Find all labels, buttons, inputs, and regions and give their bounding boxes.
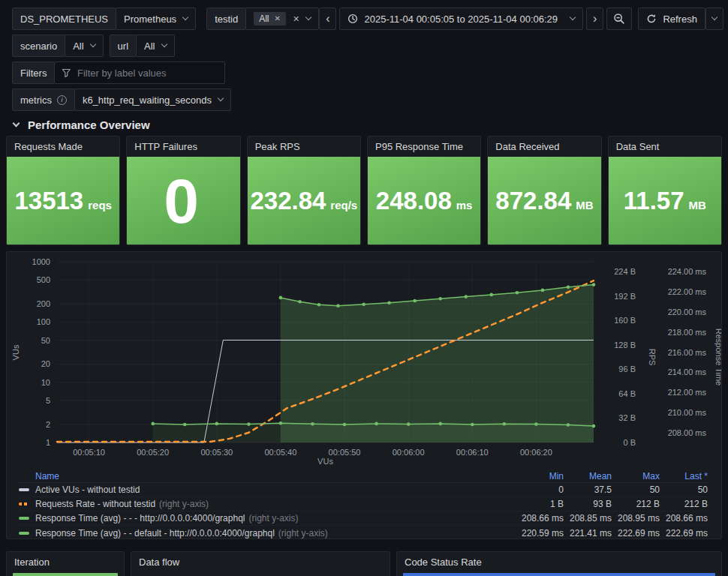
svg-text:00:05:50: 00:05:50 [329,448,361,457]
time-shift-back-button[interactable]: ‹ [319,8,336,30]
time-controls: ‹ 2025-11-04 00:05:05 to 2025-11-04 00:0… [319,8,723,30]
series-axis-note: (right y-axis) [248,513,298,524]
stat-panel-header[interactable]: Peak RPS [248,136,360,157]
series-max: 212 B [612,499,660,509]
row-performance-overview[interactable]: Performance Overview [12,118,722,131]
chevron-down-icon [570,14,576,20]
zoom-out-time-button[interactable] [606,8,632,30]
data-flow-body [137,573,384,576]
legend-col-max[interactable]: Max [612,471,660,482]
stat-panel: P95 Response Time 248.08 ms [367,136,481,245]
label-filter-inputbox [54,62,225,84]
svg-text:00:05:20: 00:05:20 [137,448,169,457]
series-min: 220.59 ms [516,528,564,538]
chevron-down-icon [218,95,224,101]
info-icon[interactable]: i [57,95,67,105]
series-name: Response Time (avg) - - - http://0.0.0.0… [35,513,245,524]
series-mean: 37.5 [564,484,612,495]
stats-row: Requests Made 13513 reqs HTTP Failures 0… [6,136,722,245]
svg-text:222.00 ms: 222.00 ms [668,287,707,296]
clear-all-icon[interactable]: ✕ [293,15,299,23]
series-last: 50 [660,484,708,495]
label-filter-input[interactable] [77,68,218,79]
scenario-label-text: scenario [20,40,57,52]
data-flow-panel-header[interactable]: Data flow [131,552,390,572]
legend-row[interactable]: Response Time (avg) - - default - http:/… [19,526,708,539]
time-range-text: 2025-11-04 00:05:05 to 2025-11-04 00:06:… [364,14,558,25]
legend-col-last[interactable]: Last * [660,471,708,482]
remove-value-icon[interactable]: ✕ [275,15,281,22]
series-last: 212 B [660,499,708,509]
stat-unit: ms [456,190,473,212]
stat-value: 13513 [14,188,83,213]
scenario-value-text: All [73,40,83,52]
legend-row[interactable]: Response Time (avg) - - - http://0.0.0.0… [19,512,708,526]
svg-text:2: 2 [46,420,50,429]
legend-col-min[interactable]: Min [516,471,564,482]
magnifier-minus-icon [613,13,625,25]
series-axis-note: (right y-axis) [159,499,209,509]
refresh-button[interactable]: Refresh [638,8,705,30]
svg-text:0 B: 0 B [623,438,636,447]
chevron-down-icon [161,41,167,47]
stat-panel-title: P95 Response Time [375,141,463,152]
time-range-picker[interactable]: 2025-11-04 00:05:05 to 2025-11-04 00:06:… [339,8,583,30]
stat-panel-header[interactable]: Data Sent [609,136,721,157]
svg-text:224.00 ms: 224.00 ms [668,267,707,276]
clock-icon [347,14,358,24]
metrics-select[interactable]: k6_http_req_waiting_seconds [74,88,231,111]
legend-row[interactable]: Requests Rate - without testid (right y-… [19,497,708,512]
stat-unit: req/s [330,190,357,212]
datasource-label-text: DS_PROMETHEUS [20,14,108,25]
svg-text:214.00 ms: 214.00 ms [668,368,707,376]
scenario-variable: scenario All [12,34,104,57]
stat-panel: Requests Made 13513 reqs [6,136,120,245]
stat-panel: Peak RPS 232.84 req/s [247,136,361,245]
datasource-select[interactable]: Prometheus [116,8,196,30]
series-color-swatch [19,488,29,491]
svg-text:1000: 1000 [32,257,50,266]
svg-text:224 B: 224 B [614,267,636,276]
legend-col-name[interactable]: Name [19,471,59,482]
stat-panel-body: 232.84 req/s [248,157,360,244]
refresh-interval-dropdown[interactable] [705,8,723,30]
series-min: 1 B [516,499,564,509]
code-status-rate-bar [403,573,715,576]
legend-col-mean[interactable]: Mean [564,471,612,482]
svg-text:RPS: RPS [648,349,657,366]
series-name: Response Time (avg) - - default - http:/… [35,528,275,538]
timeseries-chart[interactable]: 125102050100200500100000:05:1000:05:2000… [7,252,722,470]
code-status-rate-panel-header[interactable]: Code Status Rate [397,552,721,572]
svg-text:00:06:20: 00:06:20 [520,448,552,457]
series-max: 208.95 ms [612,513,660,524]
toolbar-row-3: Filters [12,62,722,84]
svg-text:00:05:40: 00:05:40 [265,448,297,457]
code-status-rate-panel: Code Status Rate [396,551,722,576]
svg-text:128 B: 128 B [614,340,636,350]
stat-panel-header[interactable]: P95 Response Time [368,136,480,157]
chevron-down-icon [13,120,20,128]
stat-panel-title: Requests Made [14,141,83,152]
chevron-down-icon [89,41,95,47]
series-min: 208.66 ms [516,513,564,524]
series-mean: 93 B [564,499,612,509]
chevron-down-icon [711,14,717,20]
iteration-panel-header[interactable]: Iteration [7,552,124,572]
testid-multiselect[interactable]: All ✕ ✕ [245,8,319,30]
toolbar-row-4: metrics i k6_http_req_waiting_seconds [12,88,722,111]
stat-panel-header[interactable]: Data Received [488,136,600,157]
funnel-icon [62,68,71,78]
url-value-text: All [144,40,155,52]
series-last: 208.66 ms [660,513,708,524]
stat-panel-header[interactable]: HTTP Failures [127,136,239,157]
testid-value-chip[interactable]: All ✕ [254,12,286,26]
stat-panel: Data Received 872.84 MB [487,136,601,245]
legend-row[interactable]: Active VUs - without testid 0 37.5 50 50 [19,483,708,497]
series-axis-note: (right y-axis) [278,528,328,538]
stat-panel-header[interactable]: Requests Made [7,136,119,157]
time-shift-forward-button[interactable]: › [586,8,603,30]
iteration-panel: Iteration [6,551,125,576]
url-select[interactable]: All [136,34,174,57]
svg-text:5: 5 [46,396,50,405]
scenario-select[interactable]: All [65,34,103,57]
